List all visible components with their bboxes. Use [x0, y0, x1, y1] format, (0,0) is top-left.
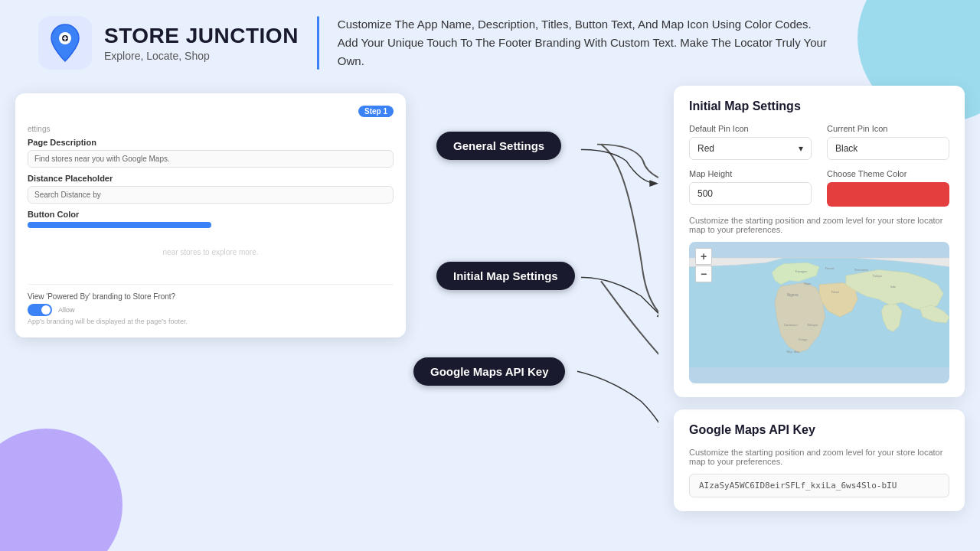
left-panel: Step 1 ettings Page Description Find sto… — [15, 86, 413, 507]
svg-text:Türkiye: Türkiye — [873, 275, 883, 278]
main-content: Step 1 ettings Page Description Find sto… — [0, 86, 980, 507]
svg-text:Éthiopie: Éthiopie — [808, 323, 818, 327]
pin-icon-row: Default Pin Icon Red ▾ Current Pin Icon … — [689, 124, 949, 160]
toggle-dot — [41, 305, 51, 315]
map-description: Customize the starting position and zoom… — [689, 216, 949, 234]
branding-sub: App's branding will be displayed at the … — [28, 318, 394, 325]
api-card: Google Maps API Key Customize the starti… — [674, 409, 965, 511]
branding-label: View 'Powered By' branding to Store Fron… — [28, 292, 394, 301]
page-description-input[interactable]: Find stores near you with Google Maps. — [28, 150, 394, 168]
logo-container: STORE JUNCTION Explore, Locate, Shop — [38, 16, 299, 70]
map-zoom-controls: + − — [695, 248, 712, 282]
zoom-out-button[interactable]: − — [695, 266, 712, 282]
settings-card-header: Step 1 — [28, 106, 394, 117]
pill-initial-map-settings: Initial Map Settings — [436, 262, 575, 290]
branding-toggle[interactable] — [28, 304, 52, 316]
default-pin-field: Default Pin Icon Red ▾ — [689, 124, 812, 160]
connector-area: General Settings Initial Map Settings Go… — [413, 86, 658, 507]
svg-text:Espagne: Espagne — [795, 270, 807, 273]
distance-placeholder-input[interactable]: Search Distance by — [28, 186, 394, 204]
map-height-input[interactable]: 500 — [689, 182, 812, 205]
current-pin-label: Current Pin Icon — [827, 124, 949, 133]
spacer — [28, 228, 394, 243]
button-color-field: Button Color — [28, 210, 394, 228]
svg-text:Cameroun: Cameroun — [784, 324, 798, 327]
theme-color-swatch[interactable] — [827, 182, 949, 207]
distance-field: Distance Placeholder Search Distance by — [28, 174, 394, 204]
pill-general-settings: General Settings — [436, 132, 561, 160]
api-key-input[interactable]: AIzaSyA5WC6ID8eirSFLf_kxiLa_6ws4Slo-bIU — [689, 474, 949, 497]
api-card-title: Google Maps API Key — [689, 423, 949, 437]
branding-toggle-row: Allow — [28, 304, 394, 316]
svg-text:Roumanie: Roumanie — [854, 269, 868, 272]
map-svg: Nigeria Niger Tchad Inde Espagne France … — [689, 242, 949, 383]
header-divider — [317, 16, 319, 70]
svg-text:France: France — [825, 267, 835, 270]
theme-color-label: Choose Theme Color — [827, 169, 949, 178]
header-description: Customize The App Name, Description, Tit… — [338, 15, 828, 70]
svg-text:Tchad: Tchad — [831, 291, 838, 294]
map-height-field: Map Height 500 — [689, 169, 812, 207]
settings-card: Step 1 ettings Page Description Find sto… — [15, 93, 406, 337]
logo-title: STORE JUNCTION — [104, 24, 299, 48]
theme-color-field: Choose Theme Color — [827, 169, 949, 207]
chevron-down-icon: ▾ — [799, 143, 803, 154]
page-description-label: Page Description — [28, 138, 394, 147]
map-settings-title: Initial Map Settings — [689, 99, 949, 113]
map-container: Nigeria Niger Tchad Inde Espagne France … — [689, 242, 949, 383]
api-card-description: Customize the starting position and zoom… — [689, 448, 949, 466]
branding-section: View 'Powered By' branding to Store Fron… — [28, 284, 394, 325]
step-badge: Step 1 — [358, 106, 394, 117]
placeholder-text: near stores to explore more. — [28, 243, 394, 261]
svg-text:Inde: Inde — [890, 285, 897, 289]
map-height-label: Map Height — [689, 169, 812, 178]
zoom-in-button[interactable]: + — [695, 248, 712, 265]
svg-text:Congo: Congo — [799, 338, 807, 341]
svg-text:Niger: Niger — [804, 282, 812, 285]
current-pin-field: Current Pin Icon Black — [827, 124, 949, 160]
logo-text: STORE JUNCTION Explore, Locate, Shop — [104, 24, 299, 62]
button-color-label: Button Color — [28, 210, 394, 219]
map-settings-card: Initial Map Settings Default Pin Icon Re… — [674, 86, 965, 397]
current-pin-input[interactable]: Black — [827, 137, 949, 160]
pill-api-key: Google Maps API Key — [413, 357, 565, 386]
logo-subtitle: Explore, Locate, Shop — [104, 50, 299, 62]
settings-truncated-label: ettings — [28, 125, 394, 133]
default-pin-select[interactable]: Red ▾ — [689, 137, 812, 160]
svg-text:Rép. dém.: Rép. dém. — [787, 350, 801, 354]
page-description-field: Page Description Find stores near you wi… — [28, 138, 394, 168]
toggle-text: Allow — [58, 306, 75, 314]
right-panel: Initial Map Settings Default Pin Icon Re… — [658, 86, 965, 507]
map-height-row: Map Height 500 Choose Theme Color — [689, 169, 949, 207]
default-pin-label: Default Pin Icon — [689, 124, 812, 133]
header: STORE JUNCTION Explore, Locate, Shop Cus… — [0, 0, 980, 86]
logo-icon — [38, 16, 92, 70]
button-color-bar — [28, 222, 211, 228]
distance-placeholder-label: Distance Placeholder — [28, 174, 394, 183]
default-pin-value: Red — [697, 143, 714, 154]
svg-text:Nigeria: Nigeria — [787, 293, 799, 297]
